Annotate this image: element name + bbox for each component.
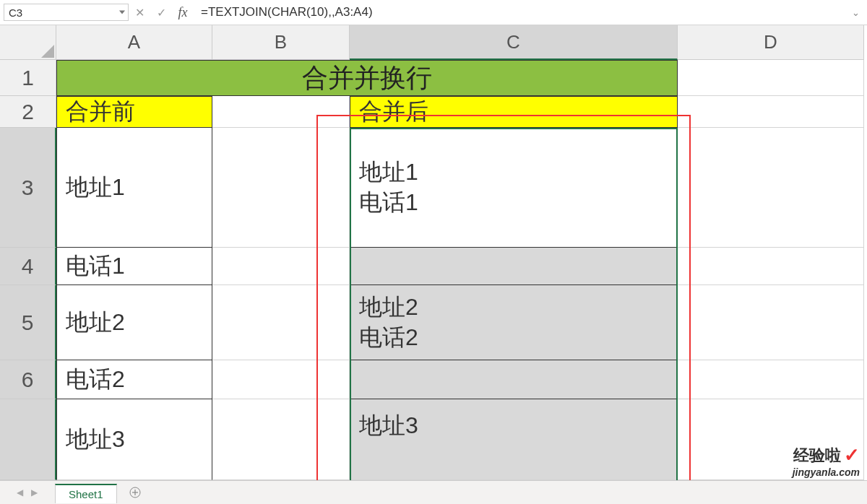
sheet-tab-bar: ◀ ▶ Sheet1 bbox=[0, 480, 867, 504]
cell-a4[interactable]: 电话1 bbox=[56, 248, 212, 285]
row-header-1[interactable]: 1 bbox=[0, 60, 56, 96]
cell-b5[interactable] bbox=[212, 285, 350, 360]
name-box[interactable]: C3 bbox=[4, 4, 129, 21]
row-header-6[interactable]: 6 bbox=[0, 360, 56, 399]
cell-a3[interactable]: 地址1 bbox=[56, 128, 212, 248]
plus-icon bbox=[129, 487, 141, 498]
cell-b6[interactable] bbox=[212, 360, 350, 399]
cell-d1[interactable] bbox=[678, 60, 864, 96]
row-header-2[interactable]: 2 bbox=[0, 96, 56, 128]
select-all-corner[interactable] bbox=[0, 25, 56, 60]
sheet-tab-1[interactable]: Sheet1 bbox=[55, 484, 117, 503]
confirm-formula-icon[interactable]: ✓ bbox=[150, 4, 172, 21]
cell-b4[interactable] bbox=[212, 248, 350, 285]
cell-c6[interactable] bbox=[350, 360, 678, 399]
formula-bar: C3 ⋮ ✕ ✓ fx =TEXTJOIN(CHAR(10),,A3:A4) ⌄ bbox=[0, 0, 867, 25]
cancel-formula-icon[interactable]: ✕ bbox=[129, 4, 150, 21]
cell-a1-merged[interactable]: 合并并换行 bbox=[56, 60, 678, 96]
cell-c7[interactable]: 地址3 bbox=[350, 399, 678, 480]
spreadsheet-grid[interactable]: A B C D 1 合并并换行 2 合并前 合并后 3 地址1 地址1 电话1 … bbox=[0, 25, 867, 480]
cell-b3[interactable] bbox=[212, 128, 350, 248]
cell-a7[interactable]: 地址3 bbox=[56, 399, 212, 480]
fx-icon[interactable]: fx bbox=[172, 4, 194, 21]
col-header-c[interactable]: C bbox=[350, 25, 678, 60]
name-box-value: C3 bbox=[9, 6, 22, 19]
col-header-b[interactable]: B bbox=[212, 25, 350, 60]
cell-c4[interactable] bbox=[350, 248, 678, 285]
sheet-nav: ◀ ▶ bbox=[13, 486, 40, 499]
add-sheet-button[interactable] bbox=[124, 483, 146, 502]
cell-a5[interactable]: 地址2 bbox=[56, 285, 212, 360]
cell-d4[interactable] bbox=[678, 248, 864, 285]
expand-formula-bar-icon[interactable]: ⌄ bbox=[847, 7, 863, 18]
cell-a6[interactable]: 电话2 bbox=[56, 360, 212, 399]
cell-b7[interactable] bbox=[212, 399, 350, 480]
formula-input[interactable]: =TEXTJOIN(CHAR(10),,A3:A4) bbox=[194, 4, 847, 21]
cell-d6[interactable] bbox=[678, 360, 864, 399]
cell-d5[interactable] bbox=[678, 285, 864, 360]
cell-c5[interactable]: 地址2 电话2 bbox=[350, 285, 678, 360]
col-header-a[interactable]: A bbox=[56, 25, 212, 60]
sheet-nav-prev-icon[interactable]: ◀ bbox=[13, 486, 26, 499]
formula-text: =TEXTJOIN(CHAR(10),,A3:A4) bbox=[201, 5, 373, 19]
name-box-dropdown-icon[interactable] bbox=[119, 11, 125, 14]
cell-d7[interactable] bbox=[678, 399, 864, 480]
row-header-4[interactable]: 4 bbox=[0, 248, 56, 285]
cell-d2[interactable] bbox=[678, 96, 864, 128]
row-header-3[interactable]: 3 bbox=[0, 128, 56, 248]
col-header-d[interactable]: D bbox=[678, 25, 864, 60]
cell-a2[interactable]: 合并前 bbox=[56, 96, 212, 128]
cell-d3[interactable] bbox=[678, 128, 864, 248]
cell-c2[interactable]: 合并后 bbox=[350, 96, 678, 128]
row-header-5[interactable]: 5 bbox=[0, 285, 56, 360]
cell-b2[interactable] bbox=[212, 96, 350, 128]
cell-c3[interactable]: 地址1 电话1 bbox=[350, 128, 678, 248]
sheet-nav-next-icon[interactable]: ▶ bbox=[27, 486, 40, 499]
row-header-7[interactable] bbox=[0, 399, 56, 480]
